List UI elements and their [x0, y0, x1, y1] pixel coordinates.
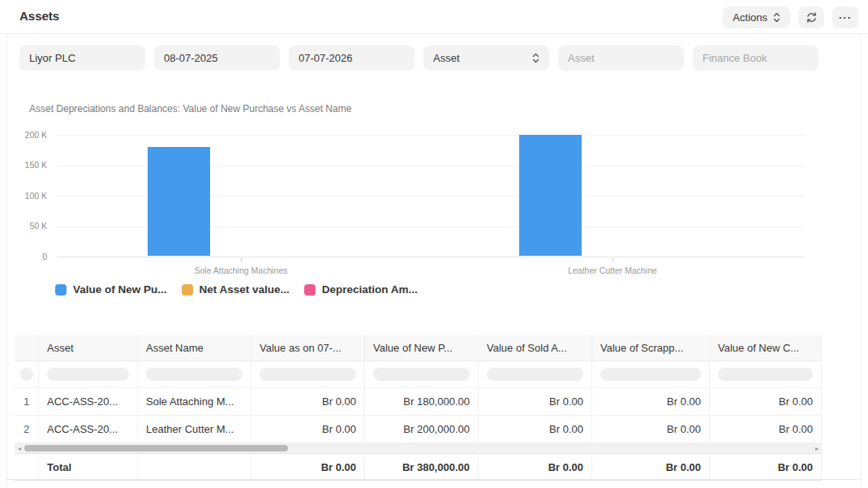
page-title: Assets: [19, 9, 59, 23]
asset-filter: [558, 45, 684, 71]
legend-label: Value of New Pu...: [73, 283, 167, 296]
column-filter-input[interactable]: [146, 368, 243, 381]
col-header-index[interactable]: [15, 335, 39, 361]
y-axis-tick: 0: [11, 252, 47, 261]
to-date-filter[interactable]: 07-07-2026: [289, 45, 415, 71]
column-filter-input[interactable]: [373, 368, 470, 381]
column-filter-input[interactable]: [47, 368, 129, 381]
filter-cell[interactable]: [710, 361, 822, 388]
actions-dropdown-button[interactable]: Actions: [723, 6, 790, 28]
scroll-left-icon[interactable]: ◂: [15, 443, 24, 453]
x-axis-tick-mark: [612, 257, 613, 261]
filter-cell[interactable]: [479, 361, 592, 388]
legend-label: Net Asset value...: [200, 283, 290, 296]
filter-cell[interactable]: [15, 361, 39, 388]
chart-plot: Sole Attaching Machines Leather Cutter M…: [57, 135, 805, 257]
asset-filter-input[interactable]: [568, 52, 674, 64]
legend-swatch: [55, 284, 67, 296]
x-axis-line: [57, 257, 805, 257]
cell-asset-name[interactable]: Leather Cutter M...: [138, 416, 251, 443]
cell-value-new-capital[interactable]: Br 0.00: [710, 388, 822, 416]
filter-cell[interactable]: [592, 361, 710, 388]
cell-value-scrapped[interactable]: Br 0.00: [592, 416, 710, 443]
actions-label: Actions: [733, 11, 767, 24]
header-actions: Actions ···: [723, 6, 858, 28]
total-value-new-purchase: Br 380,000.00: [365, 453, 479, 481]
cell-value-sold[interactable]: Br 0.00: [479, 416, 592, 443]
scrollbar-thumb[interactable]: [24, 445, 288, 451]
cell-asset-name[interactable]: Sole Attaching M...: [138, 388, 251, 416]
cell-asset[interactable]: ACC-ASS-20...: [39, 388, 138, 416]
company-filter[interactable]: Liyor PLC: [19, 45, 145, 71]
column-filter-input[interactable]: [487, 368, 583, 381]
col-header-value-sold[interactable]: Value of Sold A...: [479, 335, 592, 361]
column-filter-input[interactable]: [600, 368, 701, 381]
legend-swatch: [182, 284, 193, 296]
group-by-select[interactable]: Asset: [423, 45, 549, 71]
cell-value-new-purchase[interactable]: Br 180,000.00: [365, 388, 479, 416]
table-row: 2 ACC-ASS-20... Leather Cutter M... Br 0…: [15, 416, 822, 443]
row-index: 1: [15, 388, 39, 416]
row-index: 2: [15, 416, 39, 443]
total-value-new-capital: Br 0.00: [710, 453, 822, 481]
column-filter-input[interactable]: [260, 368, 356, 381]
chart-legend: Value of New Pu... Net Asset value... De…: [55, 283, 418, 296]
table-filter-row: [15, 361, 822, 388]
cell-value-new-purchase[interactable]: Br 200,000.00: [365, 416, 479, 443]
table-row: 1 ACC-ASS-20... Sole Attaching M... Br 0…: [15, 388, 822, 416]
report-filters: Liyor PLC 08-07-2025 07-07-2026 Asset: [0, 45, 868, 71]
y-axis-tick: 150 K: [11, 160, 47, 170]
legend-item[interactable]: Value of New Pu...: [55, 283, 167, 296]
col-header-value-new-capital[interactable]: Value of New C...: [710, 335, 822, 361]
finance-book-filter: [693, 45, 819, 71]
chart-bar[interactable]: [148, 147, 210, 256]
page-header: Assets Actions: [0, 0, 868, 34]
col-header-value-new-purchase[interactable]: Value of New P...: [365, 335, 479, 361]
total-label: Total: [39, 453, 138, 481]
cell-value-scrapped[interactable]: Br 0.00: [592, 388, 710, 416]
cell-value-sold[interactable]: Br 0.00: [479, 388, 592, 416]
menu-button[interactable]: ···: [832, 6, 858, 28]
chart-bar[interactable]: [519, 135, 582, 256]
to-date-value: 07-07-2026: [299, 52, 353, 64]
filter-cell[interactable]: [365, 361, 479, 388]
ellipsis-icon: ···: [839, 11, 852, 24]
total-value-scrapped: Br 0.00: [592, 453, 710, 481]
container-left-border: [6, 34, 7, 488]
total-index-cell: [15, 453, 39, 481]
chevron-up-down-icon: [773, 12, 780, 23]
y-axis-tick: 50 K: [11, 221, 47, 231]
filter-cell[interactable]: [39, 361, 138, 388]
gridline: [57, 135, 805, 136]
legend-swatch: [304, 284, 316, 296]
horizontal-scrollbar[interactable]: ◂ ▸: [15, 443, 822, 453]
cell-value-new-capital[interactable]: Br 0.00: [710, 416, 822, 443]
scroll-right-icon[interactable]: ▸: [812, 443, 822, 453]
col-header-value-as-on[interactable]: Value as on 07-...: [251, 335, 365, 361]
cell-asset[interactable]: ACC-ASS-20...: [39, 416, 138, 443]
container-right-border: [861, 34, 862, 488]
column-filter-input[interactable]: [20, 368, 33, 381]
cell-value-as-on[interactable]: Br 0.00: [251, 416, 365, 443]
cell-value-as-on[interactable]: Br 0.00: [251, 388, 365, 416]
col-header-asset-name[interactable]: Asset Name: [138, 335, 251, 361]
legend-item[interactable]: Depreciation Am...: [304, 283, 418, 296]
total-asset-name-cell: [138, 453, 251, 481]
refresh-button[interactable]: [798, 6, 824, 28]
legend-item[interactable]: Net Asset value...: [182, 283, 290, 296]
filter-cell[interactable]: [138, 361, 251, 388]
total-value-as-on: Br 0.00: [251, 453, 365, 481]
finance-book-input[interactable]: [703, 52, 809, 64]
assets-report-page: Assets Actions: [0, 0, 868, 488]
x-axis-tick-mark: [241, 257, 242, 261]
chart-title: Asset Depreciations and Balances: Value …: [29, 103, 351, 114]
x-axis-label: Sole Attaching Machines: [195, 266, 288, 275]
group-by-value: Asset: [433, 52, 460, 64]
from-date-filter[interactable]: 08-07-2025: [154, 45, 280, 71]
filter-cell[interactable]: [251, 361, 365, 388]
col-header-value-scrapped[interactable]: Value of Scrapp...: [592, 335, 710, 361]
column-filter-input[interactable]: [718, 368, 813, 381]
y-axis-tick: 100 K: [11, 191, 47, 201]
col-header-asset[interactable]: Asset: [39, 335, 138, 361]
from-date-value: 08-07-2025: [164, 52, 218, 64]
